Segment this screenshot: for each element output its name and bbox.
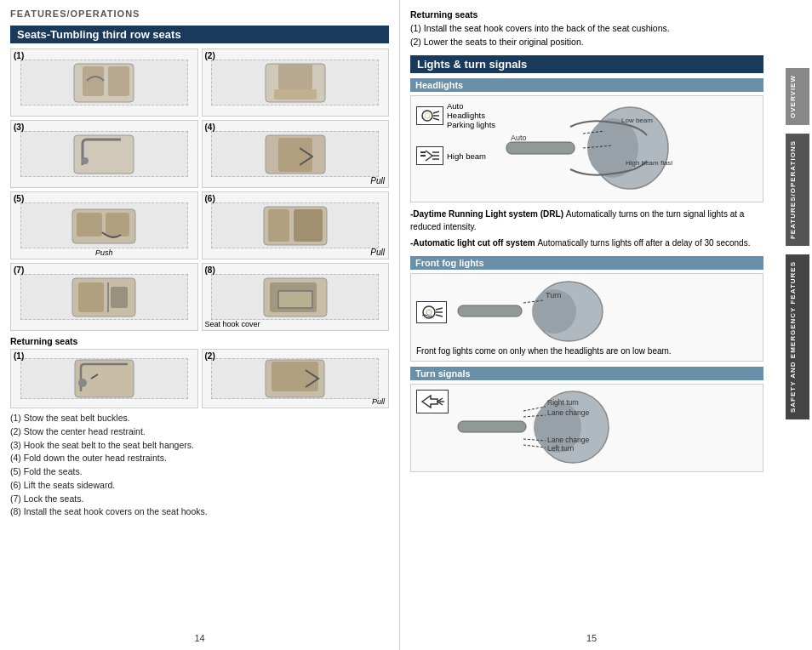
tab-features-operations[interactable]: FEATURES/OPERATIONS bbox=[786, 134, 809, 246]
svg-text:Left turn: Left turn bbox=[547, 444, 574, 453]
headlight-stalk-svg: Auto Low beam High beam flasher bbox=[502, 101, 672, 195]
svg-text:Turn: Turn bbox=[546, 291, 561, 299]
svg-rect-2 bbox=[108, 66, 129, 96]
bullet-list: (1) Stow the seat belt buckles. (2) Stow… bbox=[10, 412, 389, 519]
seat-cell-4: (4) Pull bbox=[202, 120, 390, 188]
bullet-4: (4) Fold down the outer head restraints. bbox=[10, 452, 389, 465]
right-page-number: 15 bbox=[586, 633, 597, 643]
svg-line-34 bbox=[426, 151, 432, 156]
svg-rect-11 bbox=[77, 213, 102, 237]
return-image-1 bbox=[20, 358, 188, 399]
svg-rect-17 bbox=[78, 282, 104, 312]
headlights-diagram: Auto Headlights Parking lights bbox=[410, 95, 763, 202]
seat-cell-7: (7) bbox=[10, 263, 198, 331]
drl-text-1: -Daytime Running Light system (DRL) -Day… bbox=[410, 208, 763, 233]
bullet-3: (3) Hook the seat belt to the seat belt … bbox=[10, 439, 389, 453]
svg-text:Lane change: Lane change bbox=[547, 436, 589, 444]
seat-image-6 bbox=[211, 202, 379, 249]
svg-point-40 bbox=[587, 118, 638, 178]
svg-point-31 bbox=[425, 113, 430, 118]
bullet-7: (7) Lock the seats. bbox=[10, 493, 389, 506]
seat-grid: (1) (2) bbox=[10, 48, 389, 331]
seat-cell-1: (1) bbox=[10, 48, 198, 117]
svg-point-23 bbox=[78, 379, 87, 387]
svg-text:High beam flasher: High beam flasher bbox=[626, 159, 672, 167]
svg-rect-54 bbox=[458, 305, 522, 316]
svg-text:Lane change: Lane change bbox=[547, 408, 589, 417]
cell-note-push: Push bbox=[95, 248, 113, 257]
highbeam-icon bbox=[416, 146, 443, 165]
svg-line-29 bbox=[433, 111, 439, 113]
seat-image-1 bbox=[20, 60, 188, 106]
seat-cell-8: (8) Seat hook cover bbox=[202, 263, 390, 331]
fog-lights-subsection: Front fog lights bbox=[410, 256, 763, 270]
svg-rect-15 bbox=[294, 209, 323, 242]
svg-line-30 bbox=[433, 118, 439, 120]
right-returning-title: Returning seats bbox=[410, 9, 763, 22]
return-label-1: (1) bbox=[14, 351, 24, 361]
svg-rect-41 bbox=[506, 142, 575, 154]
tab-safety-emergency[interactable]: SAFETY AND EMERGENCY FEATURES bbox=[786, 254, 809, 419]
svg-line-49 bbox=[436, 308, 443, 310]
cell-label-3: (3) bbox=[14, 123, 24, 132]
left-page-number: 14 bbox=[194, 633, 204, 643]
right-content: Returning seats (1) Install the seat hoo… bbox=[410, 9, 763, 472]
cell-note-4: Pull bbox=[370, 176, 385, 185]
svg-rect-14 bbox=[268, 209, 289, 242]
svg-rect-12 bbox=[106, 213, 129, 237]
svg-rect-59 bbox=[458, 421, 526, 432]
fog-light-icon bbox=[416, 301, 447, 323]
drl-text-2: -Automatic light cut off system Automati… bbox=[410, 237, 763, 249]
cell-label-2: (2) bbox=[205, 51, 215, 60]
svg-line-35 bbox=[426, 156, 432, 161]
seat-cell-3: (3) bbox=[10, 120, 198, 188]
svg-point-7 bbox=[82, 157, 89, 164]
seat-image-8 bbox=[211, 274, 379, 321]
cell-label-1: (1) bbox=[14, 51, 24, 60]
cell-note-6: Pull bbox=[370, 248, 385, 257]
seat-image-3 bbox=[20, 131, 188, 178]
fog-description: Front fog lights come on only when the h… bbox=[416, 346, 758, 356]
svg-rect-4 bbox=[278, 64, 312, 89]
bullet-1: (1) Stow the seat belt buckles. bbox=[10, 412, 389, 425]
returning-title: Returning seats bbox=[10, 336, 389, 346]
cell-note-8-label: Seat hook cover bbox=[205, 320, 260, 328]
headlights-subsection: Headlights bbox=[410, 78, 763, 92]
return-image-2 bbox=[211, 358, 379, 399]
turn-stalk-svg: Right turn Lane change Lane change Left … bbox=[454, 390, 611, 465]
left-page-header: FEATURES/OPERATIONS bbox=[10, 9, 389, 19]
svg-rect-26 bbox=[272, 362, 318, 391]
return-cell-2: (2) Pull bbox=[202, 349, 390, 408]
section-title: Seats-Tumbling third row seats bbox=[10, 26, 389, 43]
seat-image-5 bbox=[20, 202, 188, 249]
fog-stalk-svg: Turn bbox=[454, 279, 607, 343]
svg-rect-22 bbox=[75, 360, 134, 397]
svg-rect-1 bbox=[83, 66, 104, 96]
seat-image-2 bbox=[211, 60, 379, 106]
svg-rect-5 bbox=[274, 89, 317, 100]
svg-rect-19 bbox=[111, 287, 128, 308]
fog-lights-diagram: Turn Front fog lights come on only when … bbox=[410, 273, 763, 362]
cell-label-7: (7) bbox=[14, 265, 24, 275]
seat-image-4 bbox=[211, 131, 379, 178]
cell-label-4: (4) bbox=[205, 123, 215, 132]
seat-cell-6: (6) Pull bbox=[202, 191, 390, 259]
tab-overview[interactable]: OVERVIEW bbox=[786, 68, 809, 125]
return-cell-1: (1) bbox=[10, 349, 198, 408]
svg-text:Right turn: Right turn bbox=[547, 398, 579, 407]
seat-image-7 bbox=[20, 274, 188, 321]
returning-section: Returning seats (1) (2) bbox=[10, 336, 389, 408]
headlight-icon bbox=[416, 106, 443, 125]
svg-line-51 bbox=[436, 315, 443, 316]
turn-signals-subsection: Turn signals bbox=[410, 367, 763, 380]
return-note-2: Pull bbox=[372, 397, 385, 406]
auto-label: Auto Headlights Parking lights bbox=[447, 101, 495, 129]
bullet-8: (8) Install the seat hook covers on the … bbox=[10, 505, 389, 519]
cell-label-5: (5) bbox=[14, 194, 24, 203]
svg-point-48 bbox=[426, 310, 432, 315]
bullet-5: (5) Fold the seats. bbox=[10, 465, 389, 479]
turn-signal-icon bbox=[416, 390, 449, 413]
side-tabs: OVERVIEW FEATURES/OPERATIONS SAFETY AND … bbox=[783, 0, 812, 650]
svg-rect-9 bbox=[278, 138, 312, 172]
turn-signals-diagram: Right turn Lane change Lane change Left … bbox=[410, 384, 763, 472]
